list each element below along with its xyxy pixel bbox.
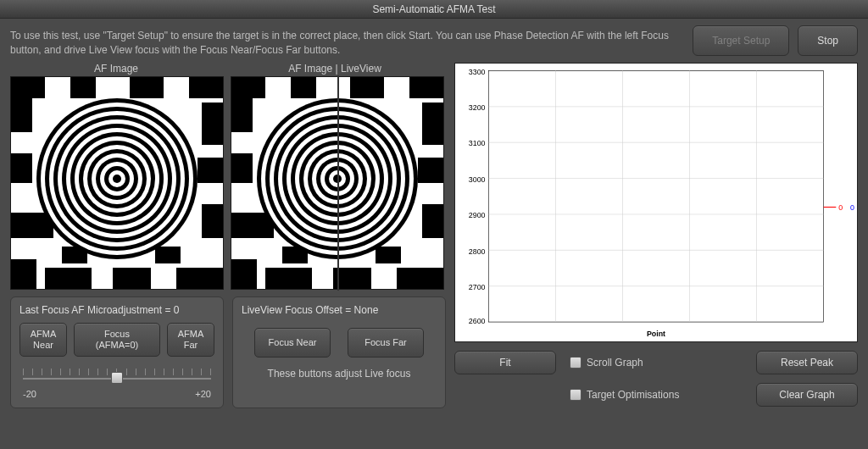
ytick: 2900 [469,211,486,219]
svg-point-35 [113,175,121,183]
ytick: 2600 [469,317,486,325]
svg-rect-42 [422,103,443,145]
svg-rect-12 [176,268,223,289]
svg-rect-52 [376,247,401,263]
scroll-graph-label: Scroll Graph [587,357,643,369]
ytick: 2700 [469,282,486,291]
svg-rect-11 [113,268,151,289]
afma-near-button[interactable]: AFMANear [19,323,67,357]
ytick: 3300 [469,67,486,75]
clear-graph-button[interactable]: Clear Graph [756,383,858,407]
af-image-label: AF Image [10,63,222,75]
split-label: AF Image | LiveView [222,63,448,75]
reset-peak-button[interactable]: Reset Peak [756,351,858,374]
liveview-panel: LiveView Focus Offset = None Focus Near … [232,297,446,408]
svg-rect-49 [418,158,443,183]
svg-rect-45 [231,259,257,289]
afma-panel: Last Focus AF Microadjustment = 0 AFMANe… [10,297,224,408]
lv-panel-title: LiveView Focus Offset = None [242,304,437,316]
af-image-thumb [10,76,224,290]
instructions-text: To use this test, use "Target Setup" to … [10,25,684,58]
svg-rect-2 [70,77,96,98]
af-liveview-thumb [231,76,444,290]
ytick: 2800 [469,247,486,255]
svg-rect-14 [202,204,223,238]
checkbox-icon [570,389,581,401]
svg-rect-6 [202,103,223,145]
focus-near-button[interactable]: Focus Near [254,328,331,358]
svg-rect-13 [198,158,223,183]
target-opt-checkbox[interactable]: Target Optimisations [570,389,743,401]
lv-caption: These buttons adjust Live focus [242,368,437,380]
slider-thumb[interactable] [111,372,123,384]
svg-rect-40 [409,77,443,98]
graph-area: 3300 3200 3100 3000 2900 2800 2700 2600 … [454,63,858,342]
svg-rect-10 [45,268,92,289]
slider-min-label: -20 [23,389,36,399]
focus-far-button[interactable]: Focus Far [348,328,424,358]
afma-far-button[interactable]: AFMAFar [167,323,214,357]
afma-slider[interactable]: -20 +20 [19,365,214,399]
svg-rect-3 [130,77,164,98]
stop-button[interactable]: Stop [798,25,858,56]
svg-rect-39 [350,77,384,98]
svg-rect-41 [231,98,253,132]
window-title: Semi-Automatic AFMA Test [0,0,868,19]
afma-panel-title: Last Focus AF Microadjustment = 0 [19,304,214,316]
svg-rect-46 [265,268,312,289]
legend-item: 0 [850,202,854,211]
svg-rect-9 [11,259,36,289]
fit-button[interactable]: Fit [454,351,556,374]
legend-item: 0 [838,202,843,211]
slider-max-label: +20 [195,389,211,399]
scroll-graph-checkbox[interactable]: Scroll Graph [570,357,743,369]
target-opt-label: Target Optimisations [587,389,679,401]
svg-rect-5 [11,98,32,132]
svg-rect-38 [291,77,316,98]
ytick: 3200 [469,103,486,111]
checkbox-icon [570,357,581,369]
x-axis-label: Point [647,329,665,337]
split-divider[interactable] [337,75,339,291]
svg-rect-16 [155,247,181,263]
svg-rect-37 [231,77,265,98]
svg-rect-50 [422,204,443,238]
svg-rect-7 [11,153,32,183]
svg-rect-48 [397,268,443,289]
svg-rect-72 [455,64,857,341]
target-setup-button[interactable]: Target Setup [693,25,789,56]
ytick: 3100 [469,139,486,147]
afma-focus-button[interactable]: Focus(AFMA=0) [74,323,160,357]
ytick: 3000 [469,175,486,183]
svg-rect-4 [189,77,223,98]
svg-rect-1 [11,77,45,98]
svg-rect-43 [231,153,253,183]
